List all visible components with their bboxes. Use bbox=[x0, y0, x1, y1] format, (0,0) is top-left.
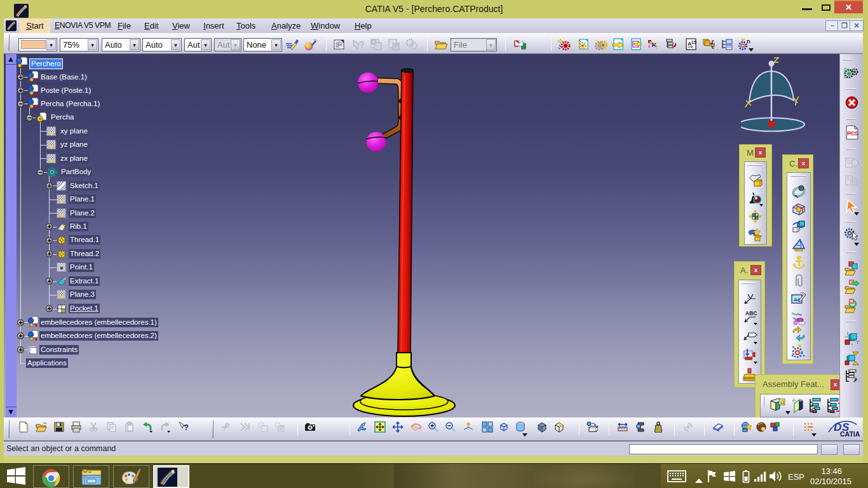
svg-text:CATIA: CATIA bbox=[840, 430, 860, 438]
svg-text:?: ? bbox=[184, 423, 189, 432]
